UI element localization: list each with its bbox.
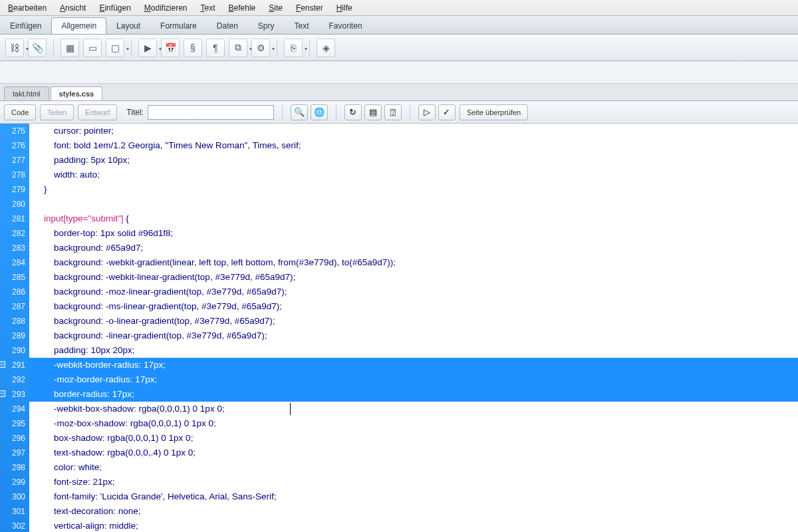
code-line[interactable]: font-family: 'Lucida Grande', Helvetica,… xyxy=(29,489,798,504)
insert-toolbar: ⛓ 📎 ▦ ▭ ▢ ▶ 📅 § ¶ ⧉ ⚙ ⎘ ◈ xyxy=(0,35,798,61)
title-label: Titel: xyxy=(126,108,144,117)
tab-layout[interactable]: Layout xyxy=(106,17,150,34)
panel-gap xyxy=(0,61,798,84)
templates-button[interactable]: ⎘ xyxy=(284,39,303,57)
code-line[interactable]: background: -moz-linear-gradient(top, #3… xyxy=(29,285,798,299)
images-button[interactable]: ▢ xyxy=(106,39,124,57)
tab-daten[interactable]: Daten xyxy=(207,17,248,34)
code-area[interactable]: cursor: pointer; font: bold 1em/1.2 Geor… xyxy=(29,124,798,532)
tab-spry[interactable]: Spry xyxy=(248,17,285,34)
code-line[interactable]: border-top: 1px solid #96d1f8; xyxy=(29,226,798,241)
menu-einfügen[interactable]: Einfügen xyxy=(92,2,137,14)
code-line[interactable]: -moz-border-radius: 17px; xyxy=(29,372,798,387)
file-tabs: takt.htmlstyles.css xyxy=(0,84,798,101)
preview-browser-icon[interactable]: 🌐 xyxy=(311,104,328,120)
code-line[interactable]: -moz-box-shadow: rgba(0,0,0,1) 0 1px 0; xyxy=(29,416,798,431)
tab-formulare[interactable]: Formulare xyxy=(150,17,207,34)
code-line[interactable]: width: auto; xyxy=(29,168,798,182)
menu-site[interactable]: Site xyxy=(262,2,289,14)
media-button[interactable]: ▶ xyxy=(138,39,157,57)
document-toolbar: Code Teilen Entwurf Titel: 🔍 🌐 ↻ ▤ ⍰ ▷ ✓… xyxy=(0,101,798,124)
tab-text[interactable]: Text xyxy=(285,17,319,34)
insert-div-button[interactable]: ▭ xyxy=(83,39,102,57)
code-line[interactable]: background: #65a9d7; xyxy=(29,241,798,255)
code-line[interactable]: color: white; xyxy=(29,460,798,475)
code-line[interactable]: } xyxy=(29,182,798,197)
code-line[interactable]: border-radius: 17px; xyxy=(29,387,798,402)
view-code-button[interactable]: Code xyxy=(4,104,36,120)
line-gutter: 2752762772782792802812822832842852862872… xyxy=(0,124,29,532)
code-line[interactable]: background: -linear-gradient(top, #3e779… xyxy=(29,329,798,343)
view-options-icon[interactable]: ▤ xyxy=(364,104,382,120)
code-line[interactable]: background: -ms-linear-gradient(top, #3e… xyxy=(29,299,798,314)
code-editor[interactable]: 2752762772782792802812822832842852862872… xyxy=(0,124,798,532)
code-line[interactable] xyxy=(29,197,798,211)
menu-fenster[interactable]: Fenster xyxy=(289,2,330,14)
code-line[interactable]: font: bold 1em/1.2 Georgia, "Times New R… xyxy=(29,138,798,153)
code-line[interactable]: -webkit-border-radius: 17px; xyxy=(29,358,798,372)
menu-bearbeiten[interactable]: Bearbeiten xyxy=(1,2,53,14)
validate-icon[interactable]: ▷ xyxy=(418,104,436,120)
code-line[interactable]: vertical-align: middle; xyxy=(29,519,798,532)
code-line[interactable]: background: -webkit-linear-gradient(top,… xyxy=(29,270,798,285)
code-line[interactable]: cursor: pointer; xyxy=(29,124,798,138)
text-caret xyxy=(290,403,291,415)
tab-favoriten[interactable]: Favoriten xyxy=(319,17,372,34)
view-split-button[interactable]: Teilen xyxy=(40,104,74,120)
file-management-icon[interactable]: 🔍 xyxy=(291,104,308,120)
code-line[interactable]: box-shadow: rgba(0,0,0,1) 0 1px 0; xyxy=(29,431,798,446)
code-line[interactable]: background: -webkit-gradient(linear, lef… xyxy=(29,255,798,270)
menubar: BearbeitenAnsichtEinfügenModifizierenTex… xyxy=(0,0,798,16)
menu-befehle[interactable]: Befehle xyxy=(222,2,263,14)
check-icon[interactable]: ✓ xyxy=(438,104,456,120)
visual-aids-icon[interactable]: ⍰ xyxy=(384,104,402,120)
refresh-icon[interactable]: ↻ xyxy=(344,104,362,120)
check-page-button[interactable]: Seite überprüfen xyxy=(460,104,528,120)
tab-einfügen[interactable]: Einfügen xyxy=(0,17,51,34)
menu-ansicht[interactable]: Ansicht xyxy=(53,2,92,14)
title-input[interactable] xyxy=(148,105,274,120)
hyperlink-button[interactable]: ⛓ xyxy=(5,39,24,57)
head-button[interactable]: ⧉ xyxy=(229,39,247,57)
fold-marker[interactable]: − xyxy=(0,361,5,368)
table-button[interactable]: ▦ xyxy=(61,39,79,57)
code-line[interactable]: padding: 5px 10px; xyxy=(29,153,798,168)
date-button[interactable]: 📅 xyxy=(161,39,180,57)
menu-modifizieren[interactable]: Modifizieren xyxy=(138,2,194,14)
code-line[interactable]: text-decoration: none; xyxy=(29,504,798,519)
file-tab[interactable]: takt.html xyxy=(4,86,49,100)
menu-hilfe[interactable]: Hilfe xyxy=(330,2,359,14)
code-line[interactable]: text-shadow: rgba(0,0,0,.4) 0 1px 0; xyxy=(29,446,798,460)
comment-button[interactable]: ¶ xyxy=(206,39,225,57)
view-design-button[interactable]: Entwurf xyxy=(78,104,117,120)
server-include-button[interactable]: § xyxy=(184,39,202,57)
fold-marker[interactable]: − xyxy=(0,390,5,397)
category-tabs: EinfügenAllgemeinLayoutFormulareDatenSpr… xyxy=(0,16,798,35)
email-link-button[interactable]: 📎 xyxy=(28,39,47,57)
script-button[interactable]: ⚙ xyxy=(251,39,270,57)
code-line[interactable]: padding: 10px 20px; xyxy=(29,343,798,358)
tab-allgemein[interactable]: Allgemein xyxy=(51,17,106,34)
file-tab[interactable]: styles.css xyxy=(51,86,103,100)
code-line[interactable]: input[type="submit"] { xyxy=(29,211,798,226)
code-line[interactable]: font-size: 21px; xyxy=(29,475,798,489)
tag-chooser-button[interactable]: ◈ xyxy=(317,39,335,57)
menu-text[interactable]: Text xyxy=(194,2,222,14)
code-line[interactable]: background: -o-linear-gradient(top, #3e7… xyxy=(29,314,798,329)
code-line[interactable]: -webkit-box-shadow: rgba(0,0,0,1) 0 1px … xyxy=(29,402,798,416)
